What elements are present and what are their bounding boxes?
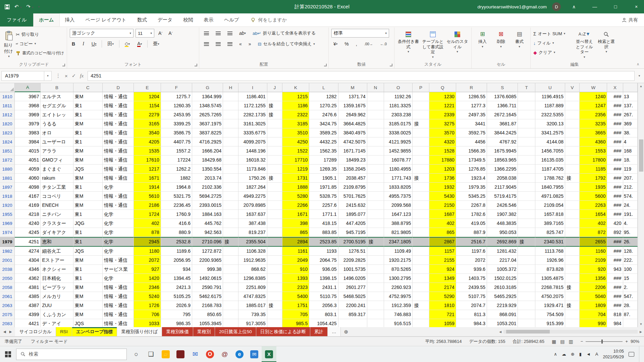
- cell[interactable]: 4387: [15, 301, 41, 310]
- cell[interactable]: [413, 237, 429, 247]
- cell[interactable]: 5290: [429, 292, 456, 301]
- cell[interactable]: 東M: [73, 201, 103, 210]
- cell[interactable]: 222.: [623, 256, 638, 265]
- cell[interactable]: JQG: [73, 219, 103, 228]
- cell[interactable]: 1059: [429, 319, 456, 327]
- cell[interactable]: 5430: [429, 192, 456, 201]
- cell[interactable]: [367, 256, 384, 265]
- maximize-button[interactable]: □: [608, 0, 623, 13]
- cell[interactable]: 1269.35: [309, 165, 338, 174]
- cell[interactable]: 574.: [623, 192, 638, 201]
- cell[interactable]: [223, 146, 238, 156]
- cell[interactable]: 情報・通信: [103, 92, 134, 101]
- cell[interactable]: 985.5: [282, 319, 309, 327]
- cell[interactable]: ENECH: [41, 201, 73, 210]
- increase-font-icon[interactable]: Aˆ: [156, 29, 164, 38]
- cell[interactable]: [367, 292, 384, 301]
- redo-icon[interactable]: ↷ ▾: [26, 4, 33, 10]
- cell[interactable]: 1348.5745: [192, 101, 223, 110]
- customize-qat-icon[interactable]: ▾: [38, 5, 40, 8]
- cell[interactable]: 1553: [580, 146, 607, 156]
- format-painter-button[interactable]: 書式のコピー/貼り付け: [16, 49, 64, 57]
- cell[interactable]: 18.: [623, 156, 638, 165]
- cell[interactable]: 3570: [429, 128, 456, 137]
- cell[interactable]: [565, 92, 580, 101]
- horizontal-scrollbar[interactable]: ◀ ▶: [499, 327, 644, 336]
- cell[interactable]: 2339: [429, 110, 456, 119]
- cell[interactable]: [223, 174, 238, 183]
- cell[interactable]: 3664.4825: [338, 119, 367, 128]
- name-box-dropdown-icon[interactable]: ▾: [44, 71, 52, 81]
- column-header-O[interactable]: O: [384, 83, 413, 92]
- cell[interactable]: 情報・通信: [103, 301, 134, 310]
- cell[interactable]: 接: [413, 301, 429, 310]
- cell[interactable]: クラスター: [41, 219, 73, 228]
- cell[interactable]: 東1: [73, 210, 103, 219]
- cell[interactable]: [223, 165, 238, 174]
- cell[interactable]: ###: [607, 292, 623, 301]
- hscroll-right-icon[interactable]: ▶: [640, 330, 642, 334]
- cell[interactable]: [367, 128, 384, 137]
- cell[interactable]: 4971.0825: [535, 192, 565, 201]
- cell[interactable]: rakum: [41, 174, 73, 183]
- format-cells-button[interactable]: ▤ 書式▾: [511, 29, 528, 48]
- cell[interactable]: 2355.504: [238, 237, 267, 247]
- cell[interactable]: 1230: [429, 92, 456, 101]
- cell[interactable]: 3586.75: [161, 128, 192, 137]
- cell[interactable]: 2150: [429, 201, 456, 210]
- cell[interactable]: 739.35: [238, 310, 267, 319]
- cell[interactable]: [565, 219, 580, 228]
- cell[interactable]: [413, 219, 429, 228]
- cell[interactable]: ###: [607, 110, 623, 119]
- column-header-U[interactable]: U: [535, 83, 565, 92]
- cell[interactable]: 3338.0025: [384, 128, 413, 137]
- cell[interactable]: [413, 110, 429, 119]
- cell[interactable]: [565, 183, 580, 192]
- ribbon-display-options-icon[interactable]: ∧: [566, 0, 582, 13]
- cell[interactable]: セグエグル: [41, 101, 73, 110]
- cell[interactable]: 3979: [15, 119, 41, 128]
- cell[interactable]: [413, 274, 429, 283]
- cell[interactable]: [518, 274, 535, 283]
- normal-view-icon[interactable]: ▦: [552, 339, 556, 344]
- cell[interactable]: [565, 201, 580, 210]
- cell[interactable]: 445.762: [192, 219, 223, 228]
- cell[interactable]: 5694.2725: [192, 192, 223, 201]
- row-header-1982[interactable]: 1982: [0, 247, 15, 256]
- cell[interactable]: 東M: [73, 256, 103, 265]
- cell[interactable]: 2415.632: [338, 201, 367, 210]
- cell[interactable]: 2439.55: [456, 283, 487, 292]
- cell[interactable]: 13: [623, 92, 638, 101]
- insert-function-icon[interactable]: fx: [80, 73, 84, 79]
- taskbar-clock[interactable]: 10:05 2021/05/29: [603, 349, 624, 360]
- cell[interactable]: [367, 283, 384, 292]
- cell[interactable]: ###: [607, 174, 623, 183]
- cell[interactable]: 2867: [429, 237, 456, 247]
- row-header-1872[interactable]: 1872: [0, 156, 15, 165]
- column-header-T[interactable]: T: [518, 83, 535, 92]
- cell[interactable]: 4121.9925: [384, 137, 413, 146]
- scroll-down-icon[interactable]: ▼: [640, 321, 643, 327]
- cell[interactable]: 4274: [15, 247, 41, 256]
- ribbon-tab-3[interactable]: 数式: [132, 13, 152, 26]
- cell[interactable]: [223, 301, 238, 310]
- cell[interactable]: ###: [607, 101, 623, 110]
- cell[interactable]: 387.438: [238, 219, 267, 228]
- cell[interactable]: 4304: [15, 256, 41, 265]
- cell[interactable]: [367, 274, 384, 283]
- cell[interactable]: 2279: [134, 110, 161, 119]
- cell[interactable]: 137.: [623, 101, 638, 110]
- row-header-1851[interactable]: 1851: [0, 146, 15, 156]
- cell[interactable]: 916.515: [384, 319, 413, 327]
- font-size-select[interactable]: 11▾: [136, 29, 154, 38]
- cell[interactable]: [267, 256, 282, 265]
- cell[interactable]: ###: [607, 183, 623, 192]
- cell[interactable]: 746.883: [384, 310, 413, 319]
- cell[interactable]: 887.9: [456, 228, 487, 237]
- cell[interactable]: [518, 156, 535, 165]
- orientation-icon[interactable]: ab ▾: [237, 29, 248, 38]
- cell[interactable]: [223, 128, 238, 137]
- sort-filter-button[interactable]: A↓Z▼ 並べ替えとフィルター▾: [574, 29, 595, 59]
- cell[interactable]: [223, 256, 238, 265]
- cell[interactable]: 1929.471: [535, 301, 565, 310]
